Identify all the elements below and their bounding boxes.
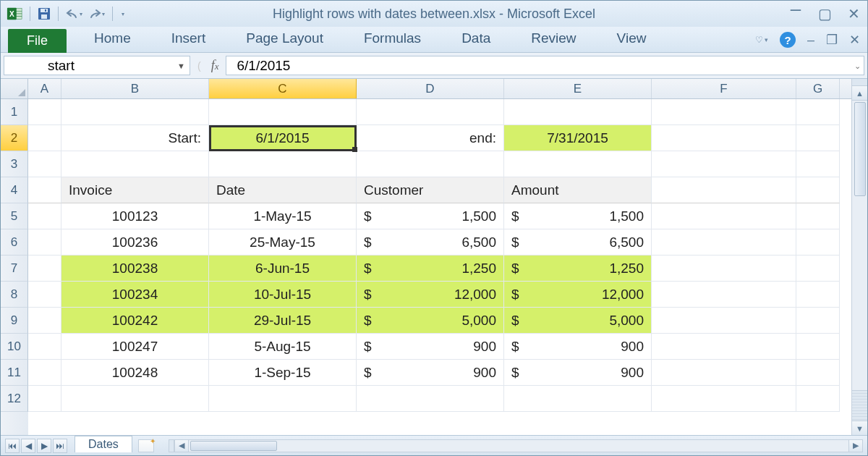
scroll-thumb[interactable] — [854, 102, 866, 196]
cell[interactable] — [28, 151, 61, 177]
formula-expand-icon[interactable]: ⌄ — [854, 61, 861, 70]
tab-review[interactable]: Review — [524, 28, 583, 52]
invoice-cell[interactable]: 100238 — [61, 256, 209, 282]
tab-insert[interactable]: Insert — [164, 28, 213, 52]
cell[interactable] — [652, 308, 796, 334]
redo-button[interactable]: ▾ — [88, 9, 105, 19]
invoice-cell[interactable]: 100248 — [61, 360, 209, 386]
cell[interactable] — [652, 282, 796, 308]
row-header[interactable]: 12 — [1, 386, 28, 412]
cell[interactable] — [61, 151, 209, 177]
invoice-cell[interactable]: 100234 — [61, 282, 209, 308]
cell[interactable] — [28, 203, 61, 229]
new-sheet-icon[interactable] — [138, 439, 154, 452]
tab-page-layout[interactable]: Page Layout — [239, 28, 331, 52]
cell[interactable] — [796, 203, 840, 229]
row-header[interactable]: 9 — [1, 308, 28, 334]
row-header[interactable]: 3 — [1, 151, 28, 177]
workbook-close-icon[interactable]: ✕ — [849, 32, 860, 48]
cell[interactable] — [28, 125, 61, 151]
cell[interactable] — [796, 386, 840, 412]
column-header[interactable]: F — [652, 79, 796, 98]
table-header-date[interactable]: Date — [209, 177, 357, 203]
cell[interactable] — [28, 360, 61, 386]
name-box-dropdown-icon[interactable]: ▼ — [177, 62, 185, 70]
minimize-icon[interactable]: – — [788, 5, 804, 22]
end-date-cell[interactable]: 7/31/2015 — [504, 125, 652, 151]
cell[interactable] — [504, 386, 652, 412]
scroll-up-icon[interactable]: ▲ — [852, 86, 867, 101]
column-header[interactable]: C — [209, 79, 357, 98]
customer-cell[interactable]: $1,500 — [357, 203, 504, 229]
amount-cell[interactable]: $900 — [504, 334, 652, 360]
date-cell[interactable]: 1-May-15 — [209, 203, 357, 229]
sheet-nav-next-icon[interactable]: ▶ — [37, 439, 51, 453]
date-cell[interactable]: 1-Sep-15 — [209, 360, 357, 386]
row-header[interactable]: 4 — [1, 177, 28, 203]
date-cell[interactable]: 5-Aug-15 — [209, 334, 357, 360]
cell[interactable] — [796, 308, 840, 334]
start-date-cell[interactable]: 6/1/2015 — [209, 125, 357, 151]
workbook-restore-icon[interactable]: ❐ — [826, 32, 838, 48]
cell[interactable] — [209, 99, 357, 125]
column-header[interactable]: D — [357, 79, 504, 98]
tab-data[interactable]: Data — [454, 28, 498, 52]
date-cell[interactable]: 29-Jul-15 — [209, 308, 357, 334]
row-header[interactable]: 11 — [1, 360, 28, 386]
cell[interactable] — [652, 203, 796, 229]
cell[interactable] — [652, 151, 796, 177]
row-header[interactable]: 6 — [1, 229, 28, 256]
cell[interactable] — [209, 151, 357, 177]
cell[interactable] — [796, 282, 840, 308]
cell[interactable] — [357, 386, 504, 412]
cell[interactable] — [28, 386, 61, 412]
row-header[interactable]: 8 — [1, 282, 28, 308]
table-header-invoice[interactable]: Invoice — [61, 177, 209, 203]
customer-cell[interactable]: $6,500 — [357, 229, 504, 256]
invoice-cell[interactable]: 100123 — [61, 203, 209, 229]
hscroll-right-icon[interactable]: ▶ — [848, 439, 863, 452]
name-box[interactable]: start ▼ — [4, 56, 190, 75]
help-icon[interactable]: ? — [780, 32, 796, 48]
cell[interactable] — [28, 229, 61, 256]
save-icon[interactable] — [38, 7, 51, 20]
amount-cell[interactable]: $1,500 — [504, 203, 652, 229]
table-header-customer[interactable]: Customer — [357, 177, 504, 203]
date-cell[interactable]: 25-May-15 — [209, 229, 357, 256]
hscroll-track[interactable] — [189, 439, 848, 452]
column-header[interactable]: G — [796, 79, 840, 98]
customer-cell[interactable]: $900 — [357, 360, 504, 386]
end-label[interactable]: end: — [357, 125, 504, 151]
cell[interactable] — [652, 177, 796, 203]
date-cell[interactable]: 10-Jul-15 — [209, 282, 357, 308]
amount-cell[interactable]: $12,000 — [504, 282, 652, 308]
table-header-amount[interactable]: Amount — [504, 177, 652, 203]
cell[interactable] — [28, 177, 61, 203]
date-cell[interactable]: 6-Jun-15 — [209, 256, 357, 282]
sheet-nav-last-icon[interactable]: ⏭ — [53, 439, 67, 453]
qat-customize-icon[interactable]: ▾ — [122, 11, 124, 17]
cell[interactable] — [357, 151, 504, 177]
cell[interactable] — [652, 386, 796, 412]
undo-button[interactable]: ▾ — [66, 9, 82, 19]
start-label[interactable]: Start: — [61, 125, 209, 151]
row-header[interactable]: 2 — [1, 125, 28, 151]
cell[interactable] — [28, 256, 61, 282]
cell[interactable] — [504, 99, 652, 125]
cell[interactable] — [796, 125, 840, 151]
cell[interactable] — [796, 360, 840, 386]
cell[interactable] — [796, 229, 840, 256]
cell[interactable] — [796, 151, 840, 177]
select-all-corner[interactable] — [1, 79, 28, 98]
fx-icon[interactable]: fx — [211, 58, 219, 73]
row-header[interactable]: 5 — [1, 203, 28, 229]
cell[interactable] — [652, 99, 796, 125]
invoice-cell[interactable]: 100247 — [61, 334, 209, 360]
cell[interactable] — [796, 177, 840, 203]
customer-cell[interactable]: $1,250 — [357, 256, 504, 282]
customer-cell[interactable]: $12,000 — [357, 282, 504, 308]
amount-cell[interactable]: $5,000 — [504, 308, 652, 334]
column-header[interactable]: A — [28, 79, 61, 98]
close-icon[interactable]: ✕ — [846, 5, 861, 22]
cell[interactable] — [28, 308, 61, 334]
